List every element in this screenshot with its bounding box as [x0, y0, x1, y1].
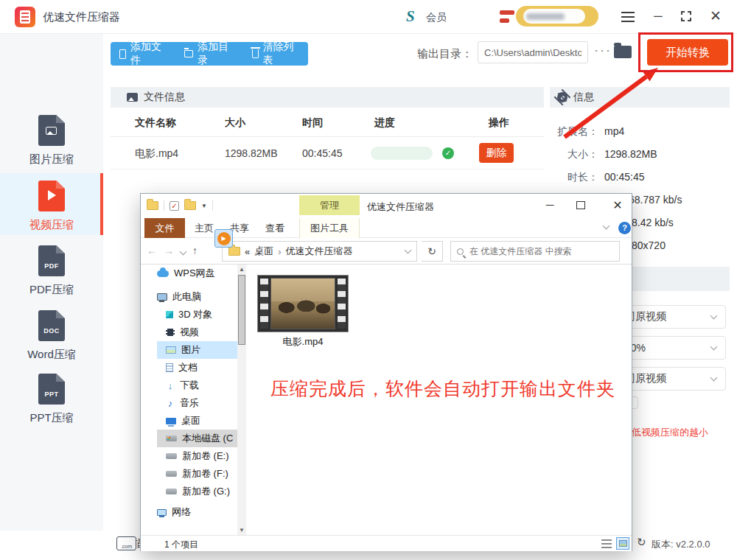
explorer-statusbar: 1 个项目: [141, 535, 632, 551]
output-path-input[interactable]: [478, 41, 588, 63]
add-folder-button[interactable]: 添加目录: [175, 42, 242, 66]
delete-button[interactable]: 删除: [479, 143, 514, 163]
details-view-icon[interactable]: [601, 539, 612, 548]
nav-item-network[interactable]: ›网络: [157, 503, 240, 521]
disk-icon: [166, 489, 177, 494]
network-icon: [157, 509, 167, 516]
new-folder-icon[interactable]: [184, 201, 196, 210]
explorer-minimize-button[interactable]: ─: [542, 198, 558, 213]
member-label[interactable]: 会员: [426, 11, 446, 24]
qat-dropdown-icon[interactable]: ▼: [201, 203, 207, 209]
sidebar-item-image-compress[interactable]: 图片压缩: [0, 108, 103, 170]
forward-icon[interactable]: →: [164, 245, 174, 256]
bitrate-value-fragment: 68.787 kb/s: [629, 194, 682, 206]
tab-picture-tools[interactable]: 图片工具: [299, 218, 360, 238]
app-titlebar: 优速文件压缩器 S 会员 ─ ✕: [0, 0, 737, 34]
website-icon[interactable]: .com: [116, 536, 136, 550]
maximize-button[interactable]: [681, 11, 691, 21]
refresh-button[interactable]: ↻: [422, 241, 443, 262]
cell-time: 00:45:45: [302, 147, 343, 159]
music-icon: ♪: [166, 398, 175, 409]
crumb-ellipsis[interactable]: «: [245, 246, 250, 257]
search-input[interactable]: [468, 245, 613, 257]
update-refresh-icon[interactable]: ↻: [637, 536, 646, 549]
nav-item-local-disk-c[interactable]: 本地磁盘 (C: [157, 430, 240, 447]
file-info-section-header: 文件信息: [111, 87, 544, 108]
minimize-button[interactable]: ─: [652, 10, 665, 23]
explorer-maximize-button[interactable]: [576, 201, 585, 209]
nav-item-volume-f[interactable]: 新加卷 (F:): [157, 465, 240, 483]
sidebar-item-pdf-compress[interactable]: PDF PDF压缩: [0, 238, 103, 301]
menu-icon[interactable]: [621, 12, 635, 22]
collapse-ribbon-icon[interactable]: [603, 223, 610, 230]
browse-more-button[interactable]: ···: [594, 43, 612, 58]
close-button[interactable]: ✕: [708, 8, 723, 24]
col-action: 操作: [489, 116, 509, 130]
sidebar-item-video-compress[interactable]: 视频压缩: [0, 173, 103, 235]
crumb-current-folder[interactable]: 优速文件压缩器: [286, 245, 353, 258]
col-progress: 进度: [374, 116, 395, 130]
explorer-window-title: 优速文件压缩器: [367, 200, 434, 214]
clear-list-button[interactable]: 清除列表: [243, 42, 308, 66]
nav-item-volume-e[interactable]: 新加卷 (E:): [157, 447, 240, 465]
tab-view[interactable]: 查看: [259, 218, 291, 238]
sidebar-item-label: 图片压缩: [29, 153, 74, 167]
nav-item-pictures[interactable]: 图片: [157, 341, 240, 359]
scroll-up-icon[interactable]: ▲: [237, 266, 246, 273]
start-convert-button[interactable]: 开始转换: [647, 39, 728, 66]
nav-item-3d-objects[interactable]: 3D 对象: [157, 306, 240, 323]
add-file-button[interactable]: 添加文件: [111, 42, 175, 66]
explorer-close-button[interactable]: ✕: [610, 198, 625, 213]
video-file-name[interactable]: 电影.mp4: [257, 335, 349, 349]
scrollbar-thumb[interactable]: [238, 275, 245, 345]
film-icon: [166, 329, 175, 336]
nav-item-documents[interactable]: 文档: [157, 359, 240, 377]
disk-icon: [166, 471, 177, 477]
video-file-thumbnail[interactable]: [257, 275, 349, 332]
table-header-row: 文件名称 大小 时间 进度 操作: [111, 108, 544, 137]
scroll-down-icon[interactable]: ▼: [237, 527, 246, 533]
help-icon[interactable]: ?: [618, 222, 631, 234]
up-icon[interactable]: ↑: [192, 245, 198, 256]
trash-icon: [252, 49, 259, 58]
vip-pill-button[interactable]: [516, 6, 598, 27]
video-file-icon: [38, 181, 65, 211]
crumb-desktop[interactable]: 桌面: [254, 245, 273, 258]
manage-contextual-tab[interactable]: 管理: [299, 195, 360, 215]
explorer-titlebar: ✓ ▼ 管理 优速文件压缩器 ─ ✕: [141, 194, 632, 218]
media-play-overlay-icon: ▶: [214, 229, 233, 248]
tab-file[interactable]: 文件: [144, 218, 185, 238]
nav-item-desktop[interactable]: 桌面: [157, 412, 240, 430]
back-icon[interactable]: ←: [147, 245, 157, 256]
download-icon: ↓: [166, 380, 175, 391]
redacted-icon: [500, 10, 516, 24]
address-dropdown-icon[interactable]: [405, 247, 412, 254]
col-name: 文件名称: [135, 116, 176, 130]
nav-item-volume-g[interactable]: 新加卷 (G:): [157, 483, 240, 500]
history-dropdown-icon[interactable]: [180, 248, 187, 255]
open-folder-icon[interactable]: [614, 46, 632, 58]
nav-item-music[interactable]: ♪音乐: [157, 394, 240, 412]
search-box[interactable]: [450, 241, 620, 262]
thumbnail-view-icon[interactable]: [616, 537, 629, 550]
sidebar-item-ppt-compress[interactable]: PPT PPT压缩: [0, 366, 103, 429]
computer-icon: [157, 293, 167, 301]
sidebar-item-label: PPT压缩: [29, 411, 73, 425]
nav-scrollbar[interactable]: ▲ ▼: [237, 265, 246, 535]
breadcrumb[interactable]: « 桌面 › 优速文件压缩器: [222, 241, 417, 262]
col-time: 时间: [302, 116, 323, 130]
table-row[interactable]: 电影.mp4 1298.82MB 00:45:45 ✓ 删除: [111, 137, 544, 169]
ext-label: 扩展名：: [550, 125, 598, 139]
nav-item-videos[interactable]: 视频: [157, 323, 240, 341]
nav-item-downloads[interactable]: ↓下载: [157, 377, 240, 394]
properties-check-icon[interactable]: ✓: [170, 201, 179, 211]
duration-label: 时长：: [550, 171, 598, 184]
nav-item-this-pc[interactable]: ∨此电脑: [157, 288, 240, 306]
sidebar-item-word-compress[interactable]: DOC Word压缩: [0, 303, 103, 365]
chevron-down-icon: [710, 343, 718, 351]
done-check-icon: ✓: [442, 147, 454, 159]
document-icon: [166, 363, 173, 372]
folder-icon[interactable]: [147, 201, 158, 210]
nav-item-wps-cloud[interactable]: ›WPS网盘: [157, 265, 240, 282]
video-frame-image: [270, 278, 335, 329]
